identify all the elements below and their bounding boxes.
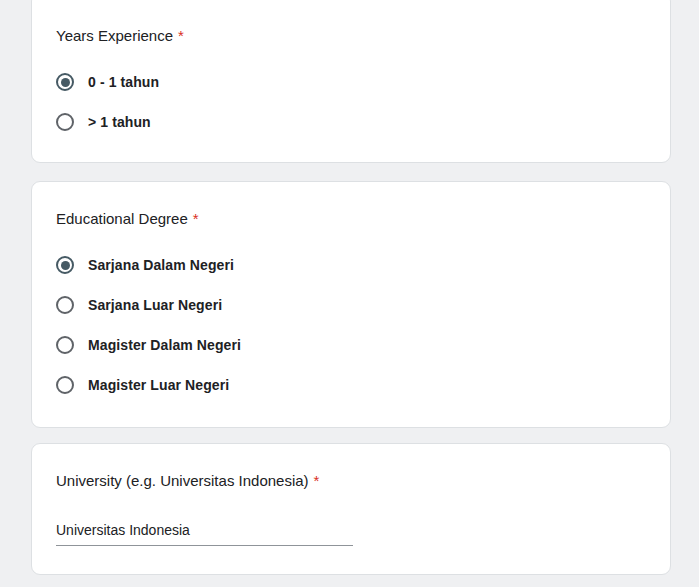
question-card-years-experience: Years Experience* 0 - 1 tahun > 1 tahun [31, 0, 671, 163]
option-label: Sarjana Dalam Negeri [88, 257, 234, 273]
option-label: Sarjana Luar Negeri [88, 297, 222, 313]
question-title: Years Experience* [56, 26, 646, 46]
required-asterisk: * [193, 210, 199, 227]
question-title-text: University (e.g. Universitas Indonesia) [56, 472, 309, 489]
radio-button-icon[interactable] [56, 376, 74, 394]
required-asterisk: * [314, 472, 320, 489]
radio-option-magister-luar-negeri[interactable]: Magister Luar Negeri [56, 365, 646, 405]
question-card-university: University (e.g. Universitas Indonesia)* [31, 443, 671, 575]
question-card-educational-degree: Educational Degree* Sarjana Dalam Negeri… [31, 181, 671, 428]
university-answer-input[interactable] [56, 521, 353, 546]
radio-option-gt-1-tahun[interactable]: > 1 tahun [56, 102, 646, 142]
form-column: Years Experience* 0 - 1 tahun > 1 tahun … [31, 0, 671, 575]
form-page: Years Experience* 0 - 1 tahun > 1 tahun … [0, 0, 699, 587]
radio-button-icon[interactable] [56, 256, 74, 274]
question-title-text: Years Experience [56, 27, 173, 44]
radio-option-group: Sarjana Dalam Negeri Sarjana Luar Negeri… [56, 245, 646, 405]
option-label: 0 - 1 tahun [88, 74, 159, 90]
radio-option-group: 0 - 1 tahun > 1 tahun [56, 62, 646, 142]
option-label: Magister Luar Negeri [88, 377, 229, 393]
radio-button-icon[interactable] [56, 113, 74, 131]
option-label: > 1 tahun [88, 114, 151, 130]
radio-button-icon[interactable] [56, 73, 74, 91]
question-title: Educational Degree* [56, 209, 646, 229]
radio-option-sarjana-dalam-negeri[interactable]: Sarjana Dalam Negeri [56, 245, 646, 285]
radio-option-0-1-tahun[interactable]: 0 - 1 tahun [56, 62, 646, 102]
question-title: University (e.g. Universitas Indonesia)* [56, 471, 646, 491]
radio-option-sarjana-luar-negeri[interactable]: Sarjana Luar Negeri [56, 285, 646, 325]
question-title-text: Educational Degree [56, 210, 188, 227]
required-asterisk: * [178, 27, 184, 44]
radio-button-icon[interactable] [56, 296, 74, 314]
option-label: Magister Dalam Negeri [88, 337, 241, 353]
radio-button-icon[interactable] [56, 336, 74, 354]
radio-option-magister-dalam-negeri[interactable]: Magister Dalam Negeri [56, 325, 646, 365]
